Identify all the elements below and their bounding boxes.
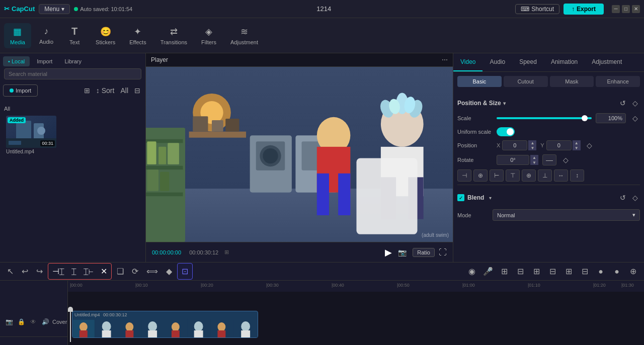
align-right[interactable]: ⊢: [490, 169, 504, 182]
tab-animation[interactable]: Animation: [544, 53, 585, 71]
filter-options-button[interactable]: ⊟: [132, 84, 142, 97]
export-button[interactable]: ↑ Export: [564, 4, 604, 15]
tab-library[interactable]: Library: [59, 56, 87, 66]
track-audio-icon[interactable]: 🔊: [40, 317, 50, 327]
tool-filters[interactable]: ◈ Filters: [195, 23, 222, 48]
position-diamond[interactable]: ◇: [585, 140, 595, 150]
undo-button[interactable]: ↩: [19, 265, 31, 278]
x-input[interactable]: [502, 140, 527, 150]
snap-button[interactable]: ◉: [465, 265, 479, 279]
tool-audio[interactable]: ♪ Audio: [33, 23, 59, 48]
align-top[interactable]: ⊤: [506, 169, 520, 182]
scale-diamond[interactable]: ◇: [630, 113, 640, 123]
delete-split-button[interactable]: ✕: [98, 265, 110, 278]
blend-reset-actions: ↺ ◇: [618, 193, 640, 203]
rotate-flip-button[interactable]: —: [542, 154, 556, 165]
subtab-cutout[interactable]: Cutout: [504, 76, 548, 87]
tool-stickers[interactable]: 😊 Stickers: [90, 23, 121, 48]
redo-button[interactable]: ↪: [33, 265, 46, 278]
cursor-tool[interactable]: ↖: [4, 265, 17, 278]
blend-checkbox[interactable]: ✓: [457, 194, 464, 201]
track-eye-icon[interactable]: 👁: [28, 317, 38, 327]
play-button[interactable]: ▶: [385, 247, 392, 258]
mirror-button[interactable]: ⟺: [143, 265, 161, 278]
merge-button[interactable]: ⊟: [513, 265, 527, 279]
tool-effects[interactable]: ✦ Effects: [123, 23, 152, 48]
close-button[interactable]: ✕: [632, 5, 640, 13]
crop-button[interactable]: ⊡: [179, 265, 191, 278]
align-distribute-v[interactable]: ↕: [570, 169, 584, 182]
reset-position-button[interactable]: ↺: [618, 98, 628, 108]
svg-rect-65: [217, 330, 225, 338]
rotate-increment[interactable]: ▲: [530, 155, 538, 160]
screenshot-button[interactable]: 📷: [396, 246, 409, 258]
keyframe-button[interactable]: ◆: [163, 265, 175, 278]
dot-button[interactable]: ●: [610, 265, 624, 279]
align-distribute-h[interactable]: ↔: [554, 169, 568, 182]
maximize-button[interactable]: □: [622, 5, 630, 13]
align-bottom[interactable]: ⊥: [538, 169, 552, 182]
filter-all-button[interactable]: All: [118, 84, 130, 97]
tab-adjustment[interactable]: Adjustment: [585, 53, 629, 71]
scale-slider[interactable]: [497, 117, 592, 119]
grid-view-button[interactable]: ⊞: [82, 84, 92, 97]
track-camera-icon[interactable]: 📷: [4, 317, 14, 327]
reset-position-diamond[interactable]: ◇: [630, 98, 640, 108]
split-left-button[interactable]: ⊣⌶: [49, 265, 67, 278]
subtab-enhance[interactable]: Enhance: [596, 76, 640, 87]
video-clip[interactable]: Untitled.mp4 00:00:30:12: [72, 311, 258, 338]
split-button[interactable]: ⌶: [68, 265, 79, 278]
y-decrement[interactable]: ▼: [573, 145, 581, 150]
x-increment[interactable]: ▲: [528, 140, 536, 145]
minimize-button[interactable]: ─: [612, 5, 620, 13]
tab-import[interactable]: Import: [32, 56, 57, 66]
tool-transitions[interactable]: ⇄ Transitions: [154, 23, 193, 48]
shortcut-button[interactable]: ⌨ Shortcut: [515, 4, 559, 14]
tool-adjustment[interactable]: ≋ Adjustment: [224, 23, 264, 48]
tool-media[interactable]: ▦ Media: [4, 23, 31, 48]
unlink-button[interactable]: ⊟: [545, 265, 559, 279]
y-increment[interactable]: ▲: [573, 140, 581, 145]
link-button[interactable]: ⊞: [529, 265, 543, 279]
track-lock-icon[interactable]: 🔒: [16, 317, 26, 327]
align-left[interactable]: ⊣: [457, 169, 471, 182]
fullscreen-button[interactable]: ⛶: [439, 248, 447, 257]
align-center-h[interactable]: ⊕: [473, 169, 488, 182]
loop-button[interactable]: ⟳: [129, 265, 141, 278]
rotate-decrement[interactable]: ▼: [530, 160, 538, 165]
tab-audio[interactable]: Audio: [482, 53, 512, 71]
scale-thumb[interactable]: [582, 115, 588, 121]
import-button[interactable]: Import: [3, 84, 38, 97]
search-input[interactable]: [4, 68, 141, 79]
lock-button[interactable]: ●: [594, 265, 608, 279]
tool-text[interactable]: T Text: [61, 23, 88, 48]
rotate-diamond[interactable]: ◇: [560, 155, 571, 165]
tab-speed[interactable]: Speed: [512, 53, 544, 71]
y-input[interactable]: [546, 140, 572, 150]
sort-button[interactable]: ↕ Sort: [94, 84, 117, 97]
rotate-input[interactable]: [497, 155, 529, 165]
group-button[interactable]: ⊞: [561, 265, 576, 279]
text-icon: T: [71, 26, 77, 37]
uniform-scale-toggle[interactable]: [497, 127, 515, 136]
settings-button[interactable]: ⊕: [626, 265, 640, 279]
player-menu-icon[interactable]: ⋯: [442, 56, 448, 63]
subtab-basic[interactable]: Basic: [457, 76, 502, 87]
align-center-v[interactable]: ⊕: [522, 169, 536, 182]
split-h-button[interactable]: ⊞: [497, 265, 511, 279]
split-right-button[interactable]: ⌶⊢: [80, 265, 97, 278]
scale-input[interactable]: [596, 113, 626, 123]
blend-reset-button[interactable]: ↺: [618, 193, 628, 203]
mic-button[interactable]: 🎤: [481, 265, 495, 279]
blend-mode-dropdown[interactable]: Normal ▾: [493, 209, 640, 221]
x-decrement[interactable]: ▼: [528, 145, 536, 150]
blend-diamond[interactable]: ◇: [630, 193, 640, 203]
tab-local[interactable]: • Local: [3, 56, 30, 66]
copy-button[interactable]: ⊟: [578, 265, 592, 279]
list-item[interactable]: Added 00:31 Untitled.mp4: [6, 116, 56, 154]
freeze-button[interactable]: ❑: [114, 265, 127, 278]
subtab-mask[interactable]: Mask: [550, 76, 594, 87]
tab-video[interactable]: Video: [453, 53, 482, 71]
menu-button[interactable]: Menu ▾: [39, 4, 70, 14]
ratio-button[interactable]: Ratio: [413, 248, 435, 257]
